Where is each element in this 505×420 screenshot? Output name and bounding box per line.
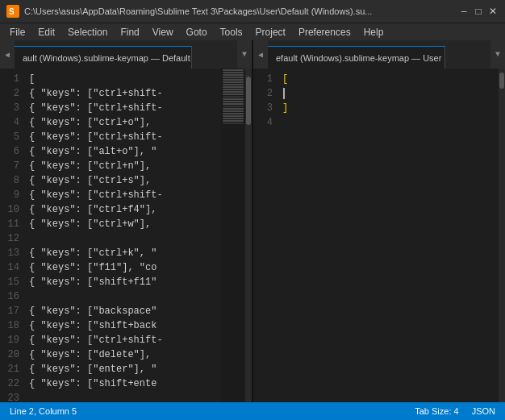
left-panel: ◀ ault (Windows).sublime-keymap — Defaul… [0,40,253,402]
editor-area: ◀ ault (Windows).sublime-keymap — Defaul… [0,40,505,420]
minimap-line [223,81,244,83]
right-line-num: 2 [253,86,273,101]
menu-goto[interactable]: Goto [180,25,214,40]
app-icon: S [6,5,19,18]
left-code-line: { "keys": ["shift+ente [29,376,218,391]
minimap-line [223,86,244,88]
right-tab-label: efault (Windows).sublime-keymap — User [276,53,441,63]
right-tab-active[interactable]: efault (Windows).sublime-keymap — User ✕ [268,46,445,69]
left-tabs: ◀ ault (Windows).sublime-keymap — Defaul… [0,40,252,69]
menu-selection[interactable]: Selection [61,25,114,40]
minimap-line [223,110,244,112]
menu-file[interactable]: File [3,25,31,40]
title-controls: – □ ✕ [458,6,499,17]
minimap-line [223,79,244,81]
minimap-line [223,113,244,114]
left-scrollbar[interactable] [245,69,252,402]
minimap-line [223,98,244,100]
maximize-button[interactable]: □ [473,6,484,17]
minimize-button[interactable]: – [458,6,470,17]
right-panel: ◀ efault (Windows).sublime-keymap — User… [253,40,505,402]
left-line-num: 4 [0,115,19,130]
minimap-line [223,120,244,122]
left-line-num: 20 [0,347,19,362]
tab-size: Tab Size: 4 [415,406,458,416]
left-code-line: { "keys": ["delete"], [29,347,218,362]
right-code-line: ] [282,101,495,115]
menu-preferences[interactable]: Preferences [292,25,357,40]
minimap-line [223,101,244,102]
left-code-line: { "keys": ["ctrl+shift- [29,333,218,347]
left-line-num: 2 [0,86,19,101]
right-line-num: 4 [253,115,273,130]
menu-help[interactable]: Help [357,25,390,40]
right-editor-content[interactable]: 1234 [ ] [253,69,505,402]
right-code-line [282,115,495,130]
left-tab-active[interactable]: ault (Windows).sublime-keymap — Default … [15,46,192,69]
right-tabs: ◀ efault (Windows).sublime-keymap — User… [253,40,505,69]
left-code-area[interactable]: [ { "keys": ["ctrl+shift- { "keys": ["ct… [26,69,221,402]
left-line-num: 8 [0,173,19,188]
minimap-line [223,123,244,124]
right-scrollbar-thumb[interactable] [499,73,504,89]
left-scroll-left[interactable]: ◀ [0,40,15,69]
left-code-line: { "keys": ["ctrl+n"], [29,159,218,173]
cursor-position: Line 2, Column 5 [10,406,77,416]
left-line-num: 12 [0,231,19,246]
right-line-num: 3 [253,101,273,115]
minimap-line [223,84,244,85]
menu-project[interactable]: Project [249,25,292,40]
left-code-line: { "keys": ["ctrl+f4"], [29,202,218,217]
minimap-line [223,115,244,117]
minimap-line [223,96,244,98]
right-tab-overflow[interactable]: ▼ [490,40,505,69]
right-code-line: [ [282,72,495,86]
left-line-num: 17 [0,304,19,318]
left-line-num: 9 [0,188,19,202]
svg-text:S: S [9,7,15,16]
menu-edit[interactable]: Edit [31,25,61,40]
left-code-line: { "keys": ["alt+o"], " [29,144,218,159]
left-tab-label: ault (Windows).sublime-keymap — Default [23,53,190,63]
left-line-num: 23 [0,391,19,402]
left-code-line: { "keys": ["ctrl+k", " [29,246,218,260]
left-line-num: 14 [0,260,19,275]
syntax: JSON [472,406,495,416]
left-code-line [29,289,218,304]
left-code-line: { "keys": ["f11"], "co [29,260,218,275]
right-scroll-left[interactable]: ◀ [253,40,268,69]
right-scrollbar[interactable] [499,69,505,402]
right-line-num: 1 [253,72,273,86]
left-line-numbers: 1234567891011121314151617181920212223 [0,69,26,402]
left-code-line: { "keys": ["backspace" [29,304,218,318]
left-line-num: 21 [0,362,19,376]
left-code-line: { "keys": ["ctrl+shift- [29,101,218,115]
left-line-num: 10 [0,202,19,217]
text-cursor [283,88,285,99]
right-line-numbers: 1234 [253,69,279,402]
menu-view[interactable]: View [146,25,180,40]
left-code-line: [ [29,72,218,86]
right-code-area[interactable]: [ ] [279,69,499,402]
menu-tools[interactable]: Tools [214,25,249,40]
left-minimap [221,69,245,402]
minimap-line [223,94,244,95]
right-code-line [282,86,495,101]
title-bar-left: S C:\Users\asus\AppData\Roaming\Sublime … [6,5,372,18]
left-line-num: 18 [0,318,19,333]
left-tab-overflow[interactable]: ▼ [237,40,252,69]
minimap-line [223,106,244,107]
left-line-num: 1 [0,72,19,86]
minimap-line [223,89,244,90]
left-code-line: { "keys": ["ctrl+shift- [29,130,218,144]
left-line-num: 11 [0,217,19,231]
left-line-num: 13 [0,246,19,260]
left-code-line: { "keys": ["shift+back [29,318,218,333]
left-code-line [29,231,218,246]
menu-find[interactable]: Find [114,25,145,40]
close-button[interactable]: ✕ [487,6,499,17]
left-line-num: 6 [0,144,19,159]
left-scrollbar-thumb[interactable] [246,77,251,125]
minimap-line [223,74,244,76]
left-editor-content[interactable]: 1234567891011121314151617181920212223 [ … [0,69,252,402]
